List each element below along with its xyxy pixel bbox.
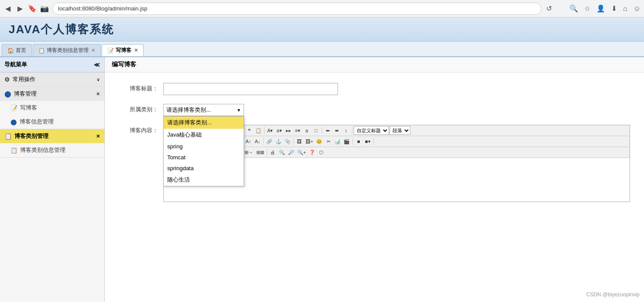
category-dropdown-wrapper: 请选择博客类别... ▼ 请选择博客类别... Java核心基础 (163, 104, 244, 116)
bookmark-button[interactable]: 🔖 (28, 4, 37, 13)
tb-img2-btn[interactable]: 🖼+ (304, 137, 314, 146)
tb-media-btn[interactable]: 🎬 (342, 137, 351, 146)
reload-button[interactable]: ↺ (545, 4, 554, 13)
sidebar-section-category-mgmt: 📋 博客类别管理 ✕ 📋 博客类别信息管理 (0, 129, 104, 158)
blog-title-input[interactable] (163, 83, 338, 95)
tb-clipboard-btn[interactable]: 📋 (254, 126, 263, 135)
sidebar-item-write-blog[interactable]: 📝 写博客 (0, 101, 104, 115)
tb-search-btn[interactable]: 🔍 (278, 148, 286, 157)
sidebar-header: 导航菜单 ≪ (0, 57, 104, 72)
tb-align-right-btn[interactable]: ↕ (342, 126, 351, 135)
tb-tbl-del2-btn[interactable]: ⊞⊠ (255, 148, 265, 157)
category-option-spring[interactable]: spring (164, 141, 244, 152)
tab-write-blog[interactable]: 📝 写博客 ✕ (102, 44, 144, 56)
sidebar-item-blog-info-mgmt[interactable]: ⬤ 博客信息管理 (0, 115, 104, 129)
tb-block-btn[interactable]: ■ (354, 137, 363, 146)
browser-profile-icon: 👤 (596, 4, 605, 13)
tb-emoji-btn[interactable]: 😊 (315, 137, 324, 146)
tb-fontdown-btn[interactable]: A↓ (253, 137, 262, 146)
tb-sep9 (352, 138, 353, 145)
screenshot-button[interactable]: 📷 (40, 4, 49, 13)
tb-sep7 (263, 138, 264, 145)
tab-category-close-icon[interactable]: ✕ (91, 48, 95, 53)
sidebar-collapse-icon[interactable]: ≪ (94, 62, 100, 68)
tb-paragraph-select[interactable]: 段落 (389, 126, 410, 135)
category-dropdown-trigger[interactable]: 请选择博客类别... ▼ (163, 104, 244, 116)
tb-sep12 (267, 149, 267, 156)
category-option-tomcat-text: Tomcat (167, 154, 186, 161)
common-ops-arrow-icon: ∨ (96, 77, 100, 82)
tb-chart-btn[interactable]: 📊 (333, 137, 342, 146)
category-mgmt-arrow-icon: ✕ (96, 134, 100, 139)
sidebar-group-category-mgmt[interactable]: 📋 博客类别管理 ✕ (0, 129, 104, 143)
tab-write-label: 写博客 (116, 47, 131, 54)
tb-heading-select[interactable]: 自定义标题 (354, 126, 389, 135)
category-label: 所属类别： (119, 104, 158, 113)
blog-mgmt-arrow-icon: ✕ (96, 91, 100, 97)
tb-img-btn[interactable]: 🖼 (295, 137, 304, 146)
tb-list-btn[interactable]: ≡▾ (293, 126, 302, 135)
category-control: 请选择博客类别... ▼ 请选择博客类别... Java核心基础 (163, 104, 630, 116)
sidebar-section-common: ⚙ 常用操作 ∨ (0, 72, 104, 87)
content-area: 导航菜单 ≪ ⚙ 常用操作 ∨ ⬤ 博客管理 ✕ 📝 写博客 ⬤ (0, 57, 644, 302)
tb-sep8 (293, 138, 294, 145)
tb-align-left-btn[interactable]: ⬅ (324, 126, 332, 135)
form-area: 博客标题： 所属类别： 请选择博客类别... ▼ (105, 72, 644, 221)
tab-category-mgmt[interactable]: 📋 博客类别信息管理 ✕ (33, 44, 101, 56)
write-blog-item-label: 写博客 (20, 104, 37, 112)
category-option-springdata-text: springdata (167, 165, 194, 172)
sidebar-group-blog-mgmt[interactable]: ⬤ 博客管理 ✕ (0, 87, 104, 101)
blog-info-item-icon: ⬤ (10, 119, 17, 125)
sidebar-group-common-ops[interactable]: ⚙ 常用操作 ∨ (0, 72, 104, 86)
category-row: 所属类别： 请选择博客类别... ▼ 请选择博客类别... (119, 104, 630, 116)
category-option-tomcat[interactable]: Tomcat (164, 152, 244, 163)
sidebar-header-label: 导航菜单 (4, 61, 27, 69)
write-tab-icon: 📝 (107, 48, 114, 54)
category-option-java[interactable]: Java核心基础 (164, 129, 244, 141)
tab-home[interactable]: 🏠 首页 (2, 44, 32, 56)
tb-small-btn[interactable]: a (303, 126, 311, 135)
tb-print-btn[interactable]: 🖨 (269, 148, 277, 157)
tb-quote-btn[interactable]: ❝ (245, 126, 254, 135)
tb-cut-btn[interactable]: ✂ (324, 137, 333, 146)
tab-write-close-icon[interactable]: ✕ (134, 48, 138, 53)
tab-bar: 🏠 首页 📋 博客类别信息管理 ✕ 📝 写博客 ✕ (0, 41, 644, 57)
category-mgmt-icon: 📋 (4, 133, 12, 140)
tb-hex-btn[interactable]: ⬡ (317, 148, 326, 157)
category-option-default[interactable]: 请选择博客类别... (164, 117, 244, 129)
tb-attach-btn[interactable]: 📎 (283, 137, 292, 146)
watermark: CSDN @biyezuopinvip (586, 292, 640, 298)
back-button[interactable]: ◀ (3, 4, 12, 13)
category-dropdown-menu: 请选择博客类别... Java核心基础 spring Tomcat (163, 116, 244, 186)
tb-fontup-btn[interactable]: A↑ (244, 137, 253, 146)
tb-link-btn[interactable]: 🔗 (265, 137, 274, 146)
category-option-life[interactable]: 随心生活 (164, 174, 244, 186)
category-option-java-text: Java核心基础 (167, 131, 202, 138)
app-title: JAVA个人博客系统 (9, 22, 114, 37)
panel-title: 编写博客 (105, 57, 644, 72)
category-option-spring-text: spring (167, 143, 183, 150)
forward-button[interactable]: ▶ (16, 4, 24, 13)
tb-sep10 (373, 138, 374, 145)
tb-help-btn[interactable]: ❓ (308, 148, 317, 157)
tb-indent-btn[interactable]: ▸▸ (284, 126, 293, 135)
blog-mgmt-label: 博客管理 (14, 90, 37, 98)
tb-zoom-btn[interactable]: 🔎 (287, 148, 296, 157)
tb-sep3 (322, 127, 322, 134)
tb-block2-btn[interactable]: ■▾ (363, 137, 372, 146)
tb-anchor-btn[interactable]: ⚓ (274, 137, 283, 146)
category-selected-text: 请选择博客类别... (166, 106, 211, 114)
sidebar-item-category-info-mgmt[interactable]: 📋 博客类别信息管理 (0, 143, 104, 157)
category-option-springdata[interactable]: springdata (164, 163, 244, 174)
tb-sep4 (352, 127, 352, 134)
tb-zoomin-btn[interactable]: 🔍+ (296, 148, 307, 157)
tb-fontcolor-btn[interactable]: A▾ (266, 126, 275, 135)
tb-box-btn[interactable]: □ (312, 126, 320, 135)
main-panel: 编写博客 博客标题： 所属类别： 请选择博客类别... ▼ (105, 57, 644, 302)
category-info-item-label: 博客类别信息管理 (20, 146, 65, 154)
tb-fontsize-btn[interactable]: a▾ (275, 126, 284, 135)
tb-tbl-right-btn[interactable]: ⊞→ (243, 148, 255, 157)
url-bar[interactable]: localhost:8080/Blog/admin/main.jsp (52, 3, 541, 15)
content-label: 博客内容： (119, 125, 158, 134)
tb-align-center-btn[interactable]: ⬌ (333, 126, 341, 135)
